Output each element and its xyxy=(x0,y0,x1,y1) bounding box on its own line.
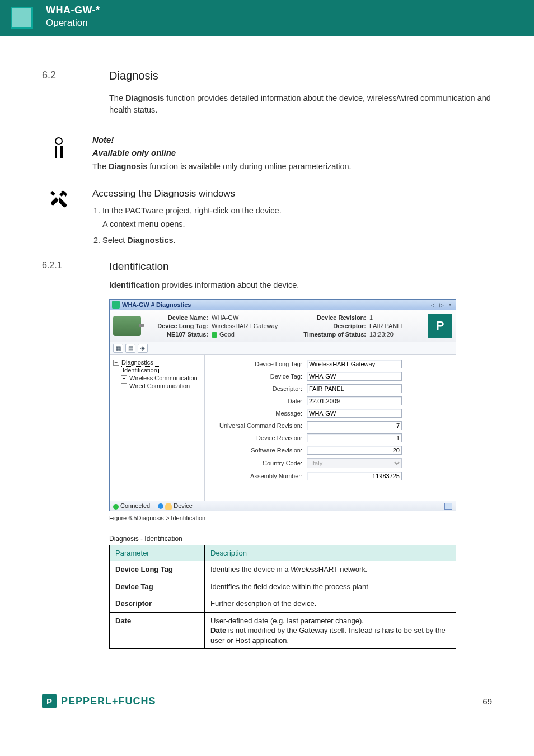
tree-expand-icon[interactable]: + xyxy=(121,383,127,389)
val-device-name: WHA-GW xyxy=(212,314,290,321)
form-value-wrap xyxy=(307,372,402,381)
window-header-left: Device Name: WHA-GW Device Revision: 1 D… xyxy=(113,314,428,338)
form-label: Descriptor: xyxy=(213,385,302,392)
status-device-label: Device xyxy=(174,502,193,509)
tree-expand-icon[interactable]: + xyxy=(121,375,127,381)
window-statusbar: Connected Device xyxy=(110,501,456,511)
form-label: Date: xyxy=(213,398,302,404)
tree-selected-label: Identification xyxy=(121,366,159,374)
note-subheading: Available only online xyxy=(92,148,352,157)
form-value-wrap xyxy=(307,409,402,418)
page-banner: WHA-GW-* Operation xyxy=(0,0,534,36)
toolbar-button-3[interactable]: ◈ xyxy=(138,344,148,353)
nav-tree[interactable]: −Diagnostics Identification +Wireless Co… xyxy=(110,355,205,501)
form-row: Descriptor: xyxy=(213,384,448,393)
ne107-status-icon xyxy=(212,332,217,338)
identification-intro: Identification provides information abou… xyxy=(109,279,492,291)
tree-item-wired[interactable]: +Wired Communication xyxy=(112,382,202,390)
lbl-device-name: Device Name: xyxy=(147,314,208,321)
form-row: Country Code:Italy xyxy=(213,458,448,468)
window-prev-icon[interactable]: ◁ xyxy=(430,302,437,308)
form-input[interactable] xyxy=(307,409,402,418)
cell-description: Identifies the field device within the p… xyxy=(205,578,456,595)
section-6-2-heading: 6.2 Diagnosis xyxy=(42,69,492,82)
form-select[interactable]: Italy xyxy=(307,458,402,468)
lbl-descriptor: Descriptor: xyxy=(293,323,366,329)
tree-item-wireless[interactable]: +Wireless Communication xyxy=(112,374,202,382)
form-input[interactable] xyxy=(307,421,402,430)
window-titlebar[interactable]: WHA-GW # Diagnostics ◁ ▷ × xyxy=(110,300,456,310)
form-input[interactable] xyxy=(307,396,402,405)
form-value-wrap: Italy xyxy=(307,458,402,468)
tree-expand-icon[interactable]: − xyxy=(113,360,119,366)
note-heading: Note! xyxy=(92,135,352,144)
page-number: 69 xyxy=(483,697,492,706)
page-body: 6.2 Diagnosis The Diagnosis function pro… xyxy=(0,36,534,671)
form-row: Universal Command Revision: xyxy=(213,421,448,430)
form-row: Device Tag: xyxy=(213,372,448,381)
section-6-2-body: The Diagnosis function provides detailed… xyxy=(109,92,492,116)
lbl-ts: Timestamp of Status: xyxy=(293,331,366,338)
form-value-wrap xyxy=(307,421,402,430)
step-2-text: Select Diagnostics. xyxy=(102,236,176,245)
table-row: Device Long TagIdentifies the device in … xyxy=(110,561,456,578)
tree-item-identification[interactable]: Identification xyxy=(112,366,202,374)
form-input[interactable] xyxy=(307,472,402,480)
lbl-device-long-tag: Device Long Tag: xyxy=(147,323,208,329)
section-6-2-1-body: Identification provides information abou… xyxy=(109,279,492,291)
toolbar-button-1[interactable]: ▦ xyxy=(113,344,123,353)
lbl-ne107: NE107 Status: xyxy=(147,331,208,338)
val-ne107: Good xyxy=(212,331,290,338)
status-connected-icon xyxy=(113,504,119,510)
window-controls: ◁ ▷ × xyxy=(430,301,453,308)
banner-subtitle: Operation xyxy=(46,17,100,29)
tree-root-label: Diagnostics xyxy=(121,359,153,366)
note-icon xyxy=(42,135,76,178)
cell-parameter: Descriptor xyxy=(110,595,205,613)
window-header: Device Name: WHA-GW Device Revision: 1 D… xyxy=(110,310,456,342)
banner-square-icon xyxy=(11,7,33,29)
form-input[interactable] xyxy=(307,372,402,381)
th-description: Description xyxy=(205,545,456,561)
subsection-title: Identification xyxy=(109,260,169,273)
section-6-2-1-heading: 6.2.1 Identification xyxy=(42,260,492,273)
toolbar-button-2[interactable]: ▤ xyxy=(125,344,135,353)
status-minipane-icon[interactable] xyxy=(444,503,452,510)
window-toolbar: ▦ ▤ ◈ xyxy=(110,342,456,355)
val-descriptor: FAIR PANEL xyxy=(369,323,420,329)
section-title: Diagnosis xyxy=(109,69,158,82)
figure-caption: Figure 6.5Diagnosis > Identification xyxy=(109,515,492,521)
lbl-device-rev: Device Revision: xyxy=(293,314,366,321)
footer-logo-icon: P xyxy=(42,694,57,708)
form-input[interactable] xyxy=(307,360,402,368)
note-block: Note! Available only online The Diagnosi… xyxy=(42,135,492,178)
form-input[interactable] xyxy=(307,433,402,442)
cell-description: Further description of the device. xyxy=(205,595,456,613)
diagnosis-intro: The Diagnosis function provides detailed… xyxy=(109,92,492,116)
val-device-rev: 1 xyxy=(369,314,420,321)
table-caption: Diagnosis - Identification xyxy=(109,535,492,543)
form-input[interactable] xyxy=(307,446,402,455)
form-label: Country Code: xyxy=(213,460,302,466)
form-label: Message: xyxy=(213,410,302,417)
banner-text: WHA-GW-* Operation xyxy=(38,0,108,36)
form-label: Device Long Tag: xyxy=(213,361,302,367)
window-body: −Diagnostics Identification +Wireless Co… xyxy=(110,355,456,501)
form-input[interactable] xyxy=(307,384,402,393)
cell-parameter: Device Long Tag xyxy=(110,561,205,578)
status-device-dot-icon xyxy=(158,503,163,509)
status-person-icon xyxy=(165,503,172,510)
status-device: Device xyxy=(158,502,193,510)
cell-description: User-defined date (e.g. last parameter c… xyxy=(205,612,456,649)
form-row: Date: xyxy=(213,396,448,405)
ne107-status-text: Good xyxy=(219,331,235,338)
window-next-icon[interactable]: ▷ xyxy=(438,302,445,308)
table-row: DescriptorFurther description of the dev… xyxy=(110,595,456,613)
status-connected-label: Connected xyxy=(120,502,150,509)
accessing-title: Accessing the Diagnosis windows xyxy=(92,188,282,199)
identification-table: Parameter Description Device Long TagIde… xyxy=(109,545,456,649)
accessing-block: Accessing the Diagnosis windows In the P… xyxy=(42,188,492,250)
form-row: Assembly Number: xyxy=(213,472,448,480)
tree-root[interactable]: −Diagnostics xyxy=(112,358,202,366)
window-close-icon[interactable]: × xyxy=(447,302,453,308)
